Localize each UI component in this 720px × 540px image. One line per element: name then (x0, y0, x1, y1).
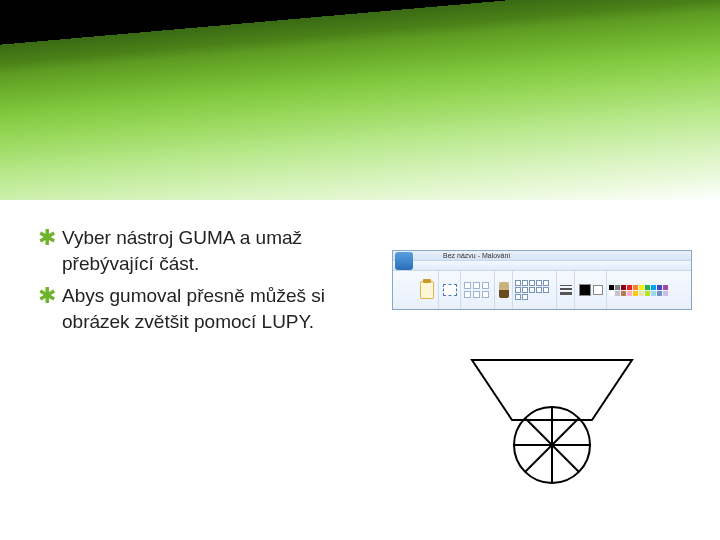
app-menu-icon (395, 252, 413, 270)
bullet-glyph: ✱ (38, 283, 62, 309)
brush-icon (499, 282, 509, 298)
color-swatch (627, 285, 632, 290)
shapes-group (513, 271, 557, 309)
color-swatch (663, 291, 668, 296)
color-swatch (639, 285, 644, 290)
cart-svg (452, 340, 652, 490)
paste-icon (420, 281, 434, 299)
clipboard-group (415, 271, 439, 309)
color1-icon (579, 284, 591, 296)
color-swatch (609, 285, 614, 290)
ribbon (393, 271, 691, 309)
color-swatch (633, 285, 638, 290)
color-swatch (615, 291, 620, 296)
color-buttons (575, 271, 607, 309)
color-swatch (657, 285, 662, 290)
color-swatch (645, 291, 650, 296)
list-item: ✱ Vyber nástroj GUMA a umaž přebývající … (38, 225, 378, 277)
mspaint-window: Bez názvu - Malování (392, 250, 692, 310)
eraser-icon (464, 291, 471, 298)
color-swatch (663, 285, 668, 290)
shape-icon (515, 287, 521, 293)
color-swatch (627, 291, 632, 296)
pencil-icon (464, 282, 471, 289)
color-swatch (651, 285, 656, 290)
slide: ✱ Vyber nástroj GUMA a umaž přebývající … (0, 0, 720, 540)
shape-icon (522, 280, 528, 286)
magnifier-icon (482, 291, 489, 298)
stroke-thick-icon (560, 292, 572, 295)
cart-drawing (452, 340, 652, 490)
color-swatch (609, 291, 614, 296)
color-swatch (657, 291, 662, 296)
color-swatch (621, 291, 626, 296)
titlebar: Bez názvu - Malování (393, 251, 691, 261)
stroke-med-icon (560, 288, 572, 290)
color-swatch (639, 291, 644, 296)
select-group (439, 271, 461, 309)
list-item: ✱ Abys gumoval přesně můžeš si obrázek z… (38, 283, 378, 335)
color-swatch (633, 291, 638, 296)
shape-icon (529, 287, 535, 293)
brush-group (495, 271, 513, 309)
shape-icon (522, 287, 528, 293)
figure: Bez názvu - Malování (392, 250, 692, 500)
color2-icon (593, 285, 603, 295)
text-icon (482, 282, 489, 289)
ribbon-tabs (393, 261, 691, 271)
gradient-banner (0, 0, 720, 200)
shape-icon (543, 287, 549, 293)
shape-icon (536, 280, 542, 286)
fill-icon (473, 282, 480, 289)
color-palette (607, 271, 673, 309)
bullet-list: ✱ Vyber nástroj GUMA a umaž přebývající … (38, 225, 378, 341)
shape-icon (529, 280, 535, 286)
bullet-glyph: ✱ (38, 225, 62, 251)
window-title: Bez názvu - Malování (443, 251, 510, 261)
shape-icon (515, 294, 521, 300)
color-swatch (651, 291, 656, 296)
shape-icon (536, 287, 542, 293)
tools-group (461, 271, 495, 309)
shape-icon (515, 280, 521, 286)
stroke-thin-icon (560, 285, 572, 286)
picker-icon (473, 291, 480, 298)
color-swatch (615, 285, 620, 290)
color-swatch (645, 285, 650, 290)
shape-icon (522, 294, 528, 300)
stroke-group (557, 271, 575, 309)
color-swatch (621, 285, 626, 290)
shape-icon (543, 280, 549, 286)
bullet-text: Abys gumoval přesně můžeš si obrázek zvě… (62, 283, 378, 335)
select-icon (443, 284, 457, 296)
bullet-text: Vyber nástroj GUMA a umaž přebývající čá… (62, 225, 378, 277)
